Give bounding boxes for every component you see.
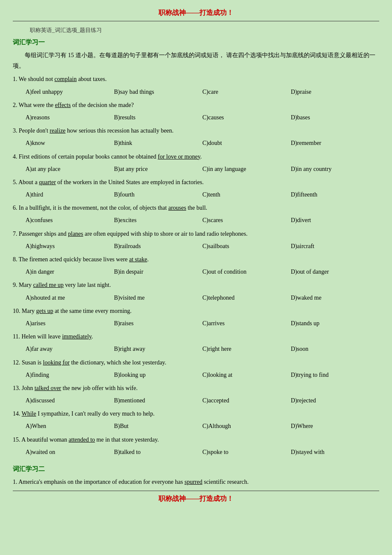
q13-optC: C)accepted [202, 395, 291, 406]
q14-options: A)When B)But C)Although D)Where [26, 421, 379, 431]
q7-optC: C)sailboats [202, 241, 291, 251]
q7-optA: A)highways [26, 241, 114, 251]
q9-optD: D)waked me [291, 292, 380, 303]
question-8: 8. The firemen acted quickly because liv… [13, 254, 379, 277]
q8-optA: A)in danger [26, 266, 114, 277]
q11-optA: A)far away [26, 344, 114, 354]
q9-optB: B)visited me [114, 292, 203, 303]
q13-optA: A)discussed [26, 395, 114, 406]
q6-optD: D)divert [291, 215, 380, 225]
footer-title: 职称战神——打造成功！ [13, 494, 379, 503]
footer-divider [13, 491, 379, 491]
q8-text: 8. The firemen acted quickly because liv… [13, 254, 379, 265]
q4-text: 4. First editions of certain popular boo… [13, 151, 379, 162]
q13-optD: D)rejected [291, 395, 380, 406]
q15-text: 15. A beautiful woman attended to me in … [13, 434, 379, 445]
q12-optB: B)looking up [114, 370, 203, 380]
questions-list: 1. We should not complain about taxes. A… [13, 74, 379, 457]
q15-optB: B)talked to [114, 447, 203, 457]
q11-optD: D)soon [291, 344, 380, 354]
question-7: 7. Passenger ships and planes are often … [13, 228, 379, 251]
subtitle: 职称英语_词汇选项_题目练习 [30, 26, 379, 34]
question-4: 4. First editions of certain popular boo… [13, 151, 379, 174]
q12-options: A)finding B)looking up C)looking at D)tr… [26, 370, 379, 380]
q10-optA: A)arises [26, 318, 114, 329]
q3-optA: A)know [26, 138, 114, 148]
q12-optD: D)trying to find [291, 370, 380, 380]
section2-q1: 1. America's emphasis on the importance … [13, 477, 379, 487]
q1-text: 1. We should not complain about taxes. [13, 74, 379, 84]
q14-optD: D)Where [291, 421, 380, 431]
q5-optA: A)third [26, 189, 114, 200]
q5-text: 5. About a quarter of the workers in the… [13, 177, 379, 188]
q13-options: A)discussed B)mentioned C)accepted D)rej… [26, 395, 379, 406]
q1-optB: B)say bad things [114, 87, 203, 97]
question-6: 6. In a bullfight, it is the movement, n… [13, 202, 379, 225]
q4-optC: C)in any language [202, 164, 291, 174]
q15-optA: A)waited on [26, 447, 114, 457]
section2-title: 词汇学习二 [13, 465, 379, 473]
q6-options: A)confuses B)excites C)scares D)divert [26, 215, 379, 225]
q10-optD: D)stands up [291, 318, 380, 329]
q11-optB: B)right away [114, 344, 203, 354]
q8-options: A)in danger B)in despair C)out of condit… [26, 266, 379, 277]
q14-optB: B)But [114, 421, 203, 431]
q4-optA: A)at any place [26, 164, 114, 174]
q3-text: 3. People don't realize how serious this… [13, 125, 379, 136]
q14-text: 14. While I sympathize, I can't really d… [13, 408, 379, 419]
q3-optB: B)think [114, 138, 203, 148]
q6-optA: A)confuses [26, 215, 114, 225]
section1-title: 词汇学习一 [13, 38, 379, 46]
question-5: 5. About a quarter of the workers in the… [13, 177, 379, 200]
question-1: 1. We should not complain about taxes. A… [13, 74, 379, 97]
q8-optD: D)out of danger [291, 266, 380, 277]
q12-optA: A)finding [26, 370, 114, 380]
q14-optA: A)When [26, 421, 114, 431]
q2-text: 2. What were the effects of the decision… [13, 100, 379, 110]
header-title: 职称战神——打造成功！ [13, 9, 379, 17]
q6-optB: B)excites [114, 215, 203, 225]
q10-text: 10. Mary gets up at the same time every … [13, 306, 379, 316]
q8-optC: C)out of condition [202, 266, 291, 277]
q9-optC: C)telephoned [202, 292, 291, 303]
q1-optA: A)feel unhappy [26, 87, 114, 97]
s2-q1-text: 1. America's emphasis on the importance … [13, 477, 379, 487]
q12-optC: C)looking at [202, 370, 291, 380]
q3-optD: D)remember [291, 138, 380, 148]
q11-text: 11. Helen will leave immediately. [13, 331, 379, 342]
q9-options: A)shouted at me B)visited me C)telephone… [26, 292, 379, 303]
q7-options: A)highways B)railroads C)sailboats D)air… [26, 241, 379, 251]
q4-optD: D)in any country [291, 164, 380, 174]
q2-optB: B)results [114, 112, 203, 123]
q2-optC: C)causes [202, 112, 291, 123]
q7-optB: B)railroads [114, 241, 203, 251]
q5-optD: D)fifteenth [291, 189, 380, 200]
question-10: 10. Mary gets up at the same time every … [13, 306, 379, 329]
q7-optD: D)aircraft [291, 241, 380, 251]
q1-optC: C)care [202, 87, 291, 97]
q1-options: A)feel unhappy B)say bad things C)care D… [26, 87, 379, 97]
section2: 词汇学习二 1. America's emphasis on the impor… [13, 465, 379, 503]
q2-optA: A)reasons [26, 112, 114, 123]
q9-optA: A)shouted at me [26, 292, 114, 303]
question-11: 11. Helen will leave immediately. A)far … [13, 331, 379, 354]
question-13: 13. John talked over the new job offer w… [13, 383, 379, 406]
q10-optB: B)raises [114, 318, 203, 329]
question-15: 15. A beautiful woman attended to me in … [13, 434, 379, 457]
q8-optB: B)in despair [114, 266, 203, 277]
q13-optB: B)mentioned [114, 395, 203, 406]
q6-optC: C)scares [202, 215, 291, 225]
question-2: 2. What were the effects of the decision… [13, 100, 379, 123]
q14-optC: C)Although [202, 421, 291, 431]
question-12: 12. Susan is looking for the dictionary,… [13, 357, 379, 380]
q1-optD: D)praise [291, 87, 380, 97]
question-14: 14. While I sympathize, I can't really d… [13, 408, 379, 431]
q9-text: 9. Mary called me up very late last nigh… [13, 280, 379, 290]
q2-options: A)reasons B)results C)causes D)bases [26, 112, 379, 123]
q15-optD: D)stayed with [291, 447, 380, 457]
q15-optC: C)spoke to [202, 447, 291, 457]
q2-optD: D)bases [291, 112, 380, 123]
q3-optC: C)doubt [202, 138, 291, 148]
q13-text: 13. John talked over the new job offer w… [13, 383, 379, 393]
section1-intro: 每组词汇学习有 15 道小题。在每道题的句子里都有一个加底线的词或短语， 请在四… [13, 50, 379, 71]
